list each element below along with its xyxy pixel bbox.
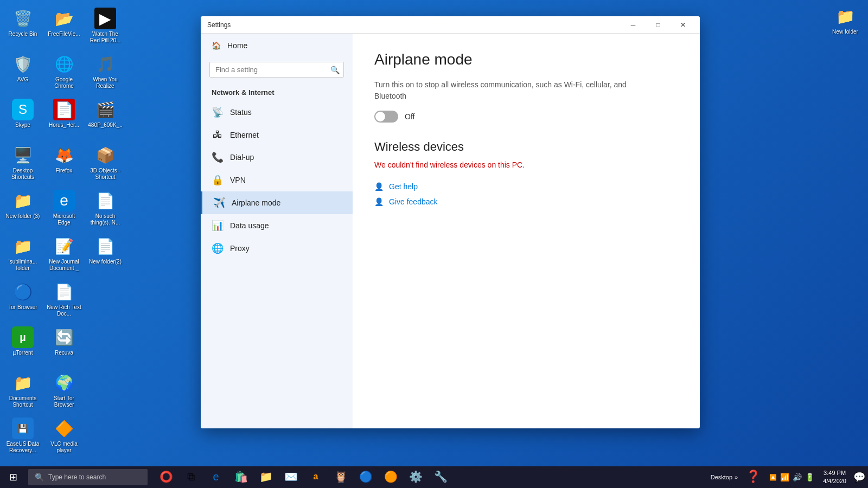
taskbar-tripadvisor[interactable]: 🦉 (329, 466, 353, 488)
taskbar-search: 🔍 (28, 469, 148, 485)
wireless-error: We couldn't find wireless devices on thi… (374, 160, 678, 169)
dialup-label: Dial-up (230, 153, 254, 162)
taskbar-desktop-button[interactable]: Desktop » (707, 474, 741, 480)
dialup-icon: 📞 (212, 151, 224, 163)
home-label: Home (227, 41, 247, 50)
taskbar-app-unknown2[interactable]: 🟠 (379, 466, 403, 488)
give-feedback-label: Give feedback (389, 197, 438, 206)
settings-sidebar: 🏠 Home 🔍 Network & Internet 📡 Status 🖧 (201, 34, 353, 428)
desktop-icon-new-folder-2[interactable]: 📄 New folder(2) (86, 233, 125, 277)
chevron-right-icon: » (735, 474, 738, 480)
taskbar-amazon[interactable]: a (304, 466, 328, 488)
desktop-icon-firefox[interactable]: 🦊 Firefox (44, 142, 84, 185)
search-icon: 🔍 (330, 66, 340, 74)
sidebar-item-status[interactable]: 📡 Status (201, 101, 353, 124)
start-button[interactable]: ⊞ (0, 466, 26, 488)
taskbar-apps: ⭕ ⧉ e 🛍️ 📁 ✉️ a 🦉 🔵 🟠 ⚙️ 🔧 (154, 466, 703, 488)
taskbar-search-input[interactable] (48, 473, 141, 481)
airplane-icon: ✈️ (213, 197, 225, 209)
settings-search: 🔍 (209, 62, 344, 78)
settings-window-title: Settings (205, 21, 231, 29)
maximize-button[interactable]: □ (646, 16, 671, 34)
desktop-icon-3d-objects[interactable]: 📦 3D Objects - Shortcut (86, 142, 125, 185)
desktop-icon-easeus[interactable]: 💾 EaseUS Data Recovery... (3, 415, 42, 459)
vpn-label: VPN (230, 176, 246, 184)
desktop-icons-right: 📁 New folder (825, 2, 866, 48)
taskbar: ⊞ 🔍 ⭕ ⧉ e 🛍️ 📁 ✉️ a 🦉 🔵 🟠 ⚙️ 🔧 Desktop »… (0, 466, 868, 488)
desktop-icons-area: 🗑️ Recycle Bin 🛡️ AVG S Skype 🖥️ Desktop… (0, 0, 168, 466)
desktop-icon-when-you-realize[interactable]: 🎵 When You Realize (86, 51, 125, 94)
get-help-icon: 👤 (374, 182, 384, 191)
desktop-icon-new-folder-top[interactable]: 📁 New folder (826, 3, 865, 47)
sidebar-item-data-usage[interactable]: 📊 Data usage (201, 214, 353, 237)
settings-section-title: Network & Internet (201, 82, 353, 101)
taskbar-systray: 🔼 📶 🔊 🔋 (765, 473, 819, 481)
get-help-link[interactable]: 👤 Get help (374, 182, 678, 191)
desktop-icon-sublimina[interactable]: 📁 'sublimina... folder (3, 233, 42, 277)
desktop-icon-no-such-thing[interactable]: 📄 No such thing(s). N... (86, 188, 125, 231)
notification-button[interactable]: 💬 (851, 466, 868, 488)
sidebar-item-ethernet[interactable]: 🖧 Ethernet (201, 124, 353, 146)
desktop-icon-edge[interactable]: e Microsoft Edge (44, 188, 84, 231)
toggle-row: Off (374, 111, 678, 123)
taskbar-edge[interactable]: e (204, 466, 228, 488)
desktop-icon-vlc[interactable]: 🔶 VLC media player (44, 415, 84, 459)
taskbar-app-unknown3[interactable]: 🔧 (429, 466, 452, 488)
sidebar-item-proxy[interactable]: 🌐 Proxy (201, 237, 353, 260)
toggle-knob (375, 112, 385, 121)
desktop-icon-tor-browser[interactable]: 🔵 Tor Browser (3, 279, 42, 322)
taskbar-help[interactable]: ❓ (741, 466, 765, 488)
sidebar-item-dialup[interactable]: 📞 Dial-up (201, 146, 353, 169)
taskbar-app-unknown1[interactable]: 🔵 (354, 466, 378, 488)
status-label: Status (230, 108, 252, 117)
taskbar-task-view[interactable]: ⧉ (179, 466, 203, 488)
get-help-label: Get help (389, 182, 418, 191)
taskbar-clock[interactable]: 3:49 PM 4/4/2020 (819, 469, 851, 486)
taskbar-settings[interactable]: ⚙️ (404, 466, 427, 488)
systray-expand-icon[interactable]: 🔼 (769, 474, 777, 481)
taskbar-date: 4/4/2020 (823, 477, 846, 485)
desktop-icon-desktop-shortcuts[interactable]: 🖥️ Desktop Shortcuts (3, 142, 42, 185)
network-icon: 📶 (780, 473, 789, 481)
titlebar-controls: ─ □ ✕ (621, 16, 695, 34)
status-icon: 📡 (212, 106, 224, 118)
minimize-button[interactable]: ─ (621, 16, 646, 34)
settings-titlebar: Settings ─ □ ✕ (201, 16, 700, 34)
desktop-icon-new-journal[interactable]: 📝 New Journal Document _ (44, 233, 84, 277)
desktop-icon-google-chrome[interactable]: 🌐 Google Chrome (44, 51, 84, 94)
desktop-icon-horus[interactable]: 📄 Horus_Her... (44, 97, 84, 140)
desktop-icon-new-rich-text[interactable]: 📄 New Rich Text Doc... (44, 279, 84, 322)
settings-window: Settings ─ □ ✕ 🏠 Home 🔍 (201, 16, 700, 428)
give-feedback-link[interactable]: 👤 Give feedback (374, 197, 678, 206)
desktop-icon-avg[interactable]: 🛡️ AVG (3, 51, 42, 94)
desktop-icon-freefileview[interactable]: 📂 FreeFileVie... (44, 5, 84, 49)
desktop: 🗑️ Recycle Bin 🛡️ AVG S Skype 🖥️ Desktop… (0, 0, 868, 466)
sidebar-item-vpn[interactable]: 🔒 VPN (201, 169, 353, 191)
taskbar-mail[interactable]: ✉️ (279, 466, 303, 488)
data-usage-icon: 📊 (212, 220, 224, 232)
volume-icon[interactable]: 🔊 (793, 473, 802, 481)
taskbar-files[interactable]: 📁 (254, 466, 278, 488)
ethernet-label: Ethernet (230, 131, 259, 139)
desktop-icon-recuva[interactable]: 🔄 Recuva (44, 324, 84, 368)
settings-search-input[interactable] (209, 62, 344, 78)
airplane-toggle[interactable] (374, 111, 398, 123)
desktop-icon-start-tor[interactable]: 🌍 Start Tor Browser (44, 370, 84, 413)
desktop-icon-watch-red-pill[interactable]: ▶ Watch The Red Pill 20... (86, 5, 125, 49)
desktop-icon-new-folder-3[interactable]: 📁 New folder (3) (3, 188, 42, 231)
proxy-icon: 🌐 (212, 242, 224, 254)
ethernet-icon: 🖧 (212, 129, 224, 140)
taskbar-search-icon: 🔍 (35, 473, 44, 481)
settings-home-item[interactable]: 🏠 Home (201, 34, 353, 57)
proxy-label: Proxy (230, 244, 250, 253)
desktop-icon-recycle-bin[interactable]: 🗑️ Recycle Bin (3, 5, 42, 49)
taskbar-cortana[interactable]: ⭕ (154, 466, 178, 488)
close-button[interactable]: ✕ (671, 16, 695, 34)
sidebar-item-airplane[interactable]: ✈️ Airplane mode (201, 191, 353, 214)
taskbar-store[interactable]: 🛍️ (229, 466, 253, 488)
page-title: Airplane mode (374, 51, 678, 68)
desktop-icon-skype[interactable]: S Skype (3, 97, 42, 140)
desktop-icon-utorrent[interactable]: µ µTorrent (3, 324, 42, 368)
desktop-icon-480p[interactable]: 🎬 480P_600K_... (86, 97, 125, 140)
desktop-icon-documents[interactable]: 📁 Documents Shortcut (3, 370, 42, 413)
